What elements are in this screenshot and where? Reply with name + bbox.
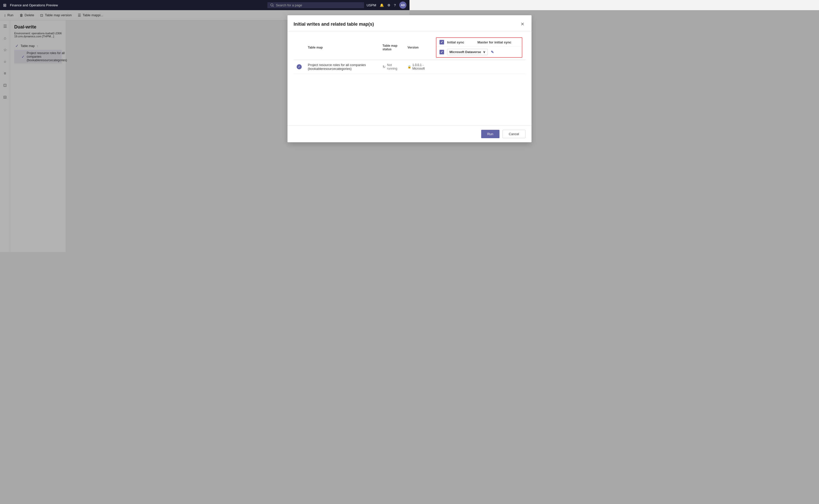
- table-row: ✓ Project resource roles for all compani…: [293, 60, 410, 74]
- top-nav: ⊞ Finance and Operations Preview USPM 🔔 …: [0, 0, 410, 10]
- row-table-map-cell: Project resource roles for all companies…: [305, 60, 379, 74]
- row-check-icon: ✓: [297, 64, 302, 69]
- main-area: ☰ ⌂ ☆ ○ ≡ ⊡ ⊟ Dual-write Environment: op…: [0, 20, 410, 252]
- dialog-body: Table map Table map status Version ✓ Ini…: [287, 31, 410, 125]
- col-status: Table map status: [379, 35, 405, 60]
- search-icon: [270, 3, 274, 7]
- dialog-title: Initial writes and related table map(s): [293, 22, 374, 27]
- dialog-table: Table map Table map status Version ✓ Ini…: [293, 35, 410, 74]
- user-label: USPM: [366, 3, 376, 7]
- avatar[interactable]: AD: [399, 2, 406, 9]
- col-check: [293, 35, 305, 60]
- svg-point-0: [271, 4, 273, 6]
- dialog-overlay: Initial writes and related table map(s) …: [0, 10, 410, 252]
- app-title: Finance and Operations Preview: [10, 3, 265, 7]
- col-version: Version: [404, 35, 410, 60]
- row-check-cell: ✓: [293, 60, 305, 74]
- search-input[interactable]: [276, 3, 361, 7]
- bell-icon[interactable]: 🔔: [380, 3, 384, 7]
- row-status-cell: ↻ Not running: [379, 60, 405, 74]
- row-table-map-value: Project resource roles for all companies…: [308, 63, 366, 71]
- dialog: Initial writes and related table map(s) …: [287, 15, 410, 142]
- svg-line-1: [273, 6, 274, 7]
- top-nav-right: USPM 🔔 ⚙ ? AD: [366, 2, 406, 9]
- refresh-icon: ↻: [382, 65, 385, 69]
- dialog-header: Initial writes and related table map(s) …: [287, 15, 410, 31]
- search-bar[interactable]: [267, 2, 364, 8]
- grid-icon[interactable]: ⊞: [3, 3, 6, 8]
- lock-icon: 🔒: [407, 65, 410, 69]
- status-label: Not running: [387, 63, 401, 70]
- settings-icon[interactable]: ⚙: [387, 3, 390, 7]
- row-version-cell: 🔒 1.0.0.1 - Microsoft: [404, 60, 410, 74]
- dialog-footer: Run Cancel: [287, 125, 410, 142]
- status-badge: ↻ Not running: [382, 63, 401, 70]
- help-icon[interactable]: ?: [394, 3, 396, 7]
- col-table-map: Table map: [305, 35, 379, 60]
- version-value: 🔒 1.0.0.1 - Microsoft: [407, 63, 410, 70]
